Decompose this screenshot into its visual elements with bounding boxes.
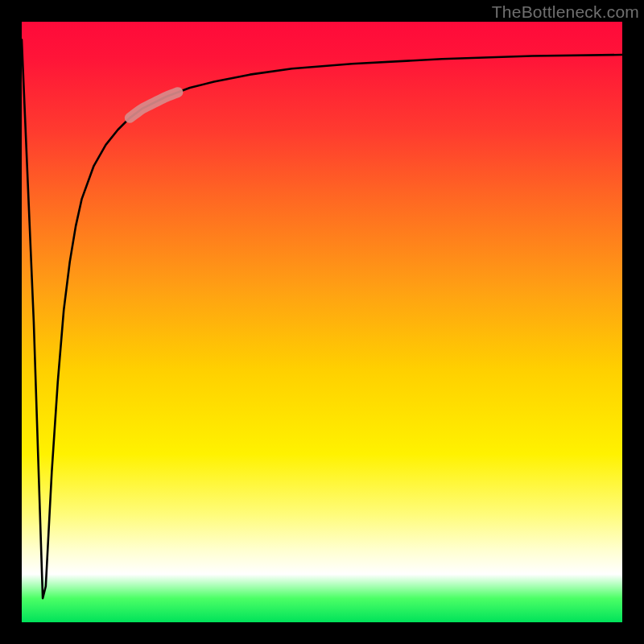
highlight-segment (130, 93, 178, 118)
curve-svg (22, 22, 622, 622)
chart-container: TheBottleneck.com (0, 0, 644, 644)
watermark-text: TheBottleneck.com (492, 2, 639, 22)
plot-area (22, 22, 622, 622)
bottleneck-curve (22, 39, 622, 598)
